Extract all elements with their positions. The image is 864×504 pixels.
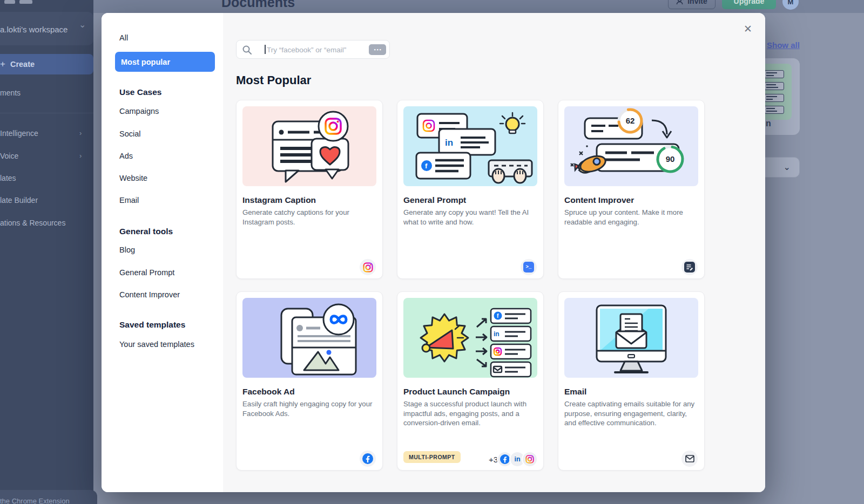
card-title: Email xyxy=(564,387,586,397)
instagram-caption-illustration xyxy=(242,106,376,186)
logo-fragment xyxy=(4,0,15,4)
template-card-facebook-ad[interactable]: Facebook Ad Easily craft highly engaging… xyxy=(236,291,383,471)
upgrade-button[interactable]: Upgrade xyxy=(722,0,776,9)
sidebar-item-template-builder[interactable]: late Builder xyxy=(0,196,38,205)
sidebar: a.lokti's workspace ⌄ + Create ments Int… xyxy=(0,0,93,504)
modal-nav: All Most popular Use Cases Campaigns Soc… xyxy=(102,13,224,492)
nav-blog[interactable]: Blog xyxy=(119,246,135,254)
terminal-icon: >_ xyxy=(521,259,537,275)
invite-person-icon xyxy=(676,0,684,5)
nav-heading-saved-templates: Saved templates xyxy=(119,320,185,330)
nav-content-improver[interactable]: Content Improver xyxy=(119,290,180,299)
nav-general-prompt[interactable]: General Prompt xyxy=(119,268,174,277)
content-improver-illustration: 62 90 xyxy=(564,106,698,186)
template-card-general-prompt[interactable]: in f xyxy=(397,100,544,279)
card-description: Stage a successful product launch with i… xyxy=(403,399,535,428)
workspace-selector[interactable]: a.lokti's workspace ⌄ xyxy=(0,12,93,45)
facebook-ad-illustration xyxy=(242,298,376,378)
sidebar-item-voice[interactable]: Voice xyxy=(0,152,18,160)
app-root: Documents Invite Upgrade M Show all paig… xyxy=(0,0,864,504)
template-card-product-launch[interactable]: f in Produc xyxy=(397,291,544,471)
svg-text:f: f xyxy=(425,162,428,170)
nav-all[interactable]: All xyxy=(119,33,128,42)
logo-fragment xyxy=(19,0,32,4)
email-illustration xyxy=(564,298,698,378)
card-description: Create captivating emails suitable for a… xyxy=(564,399,696,428)
plus-icon: + xyxy=(0,59,5,70)
card-title: General Prompt xyxy=(403,195,466,205)
card-description: Generate catchy captions for your Instag… xyxy=(242,208,374,227)
card-platform-icons: +3 in xyxy=(489,451,538,467)
chrome-extension-panel[interactable]: the Chrome Extension xyxy=(0,490,97,504)
page-title: Documents xyxy=(221,0,295,10)
instagram-icon xyxy=(522,451,538,467)
chrome-extension-label: the Chrome Extension xyxy=(0,497,70,504)
chevron-down-icon: ⌄ xyxy=(784,162,791,172)
create-button[interactable]: + Create xyxy=(0,54,93,74)
modal-content: ✕ ⋯ Most Popular xyxy=(223,13,765,492)
nav-social[interactable]: Social xyxy=(119,130,141,138)
svg-text:in: in xyxy=(445,138,453,148)
svg-text:62: 62 xyxy=(626,116,635,125)
content-improver-icon xyxy=(681,259,698,275)
card-description: Generate any copy you want! Tell the AI … xyxy=(403,208,535,227)
nav-campaigns[interactable]: Campaigns xyxy=(119,107,159,115)
general-prompt-illustration: in f xyxy=(403,106,537,186)
card-title: Facebook Ad xyxy=(242,387,295,397)
card-title: Instagram Caption xyxy=(242,195,316,205)
sidebar-item-intelligence[interactable]: Intelligence xyxy=(0,129,38,138)
search-icon xyxy=(242,45,252,55)
card-description: Spruce up your content. Make it more rea… xyxy=(564,208,696,227)
workspace-name: a.lokti's workspace xyxy=(0,25,68,34)
facebook-icon xyxy=(360,451,376,467)
svg-text:90: 90 xyxy=(666,154,675,164)
chevron-right-icon: › xyxy=(79,129,82,137)
template-modal: All Most popular Use Cases Campaigns Soc… xyxy=(102,13,765,492)
search-input[interactable] xyxy=(266,40,365,59)
card-illustration xyxy=(242,298,376,378)
instagram-icon xyxy=(360,259,376,275)
multi-prompt-badge: MULTI-PROMPT xyxy=(403,451,461,463)
nav-most-popular[interactable]: Most popular xyxy=(115,52,215,72)
chevron-right-icon: › xyxy=(79,152,82,160)
nav-your-saved-templates[interactable]: Your saved templates xyxy=(119,340,194,349)
card-title: Product Launch Campaign xyxy=(403,387,510,397)
create-label: Create xyxy=(10,60,35,69)
search-more-icon[interactable]: ⋯ xyxy=(369,44,386,55)
nav-heading-use-cases: Use Cases xyxy=(119,87,161,97)
nav-heading-general-tools: General tools xyxy=(119,227,173,236)
card-illustration xyxy=(242,106,376,186)
card-description: Easily craft highly engaging copy for yo… xyxy=(242,399,374,418)
close-icon[interactable]: ✕ xyxy=(744,23,752,35)
nav-ads[interactable]: Ads xyxy=(119,152,133,160)
product-launch-illustration: f in xyxy=(403,298,537,378)
nav-email[interactable]: Email xyxy=(119,196,139,205)
svg-text:in: in xyxy=(494,330,500,338)
card-illustration: f in xyxy=(403,298,537,378)
show-all-link[interactable]: Show all xyxy=(767,40,800,50)
template-card-content-improver[interactable]: 62 90 xyxy=(558,100,705,279)
template-card-instagram-caption[interactable]: Instagram Caption Generate catchy captio… xyxy=(236,100,383,279)
invite-label: Invite xyxy=(687,0,707,5)
search-bar: ⋯ xyxy=(236,40,390,59)
divider xyxy=(0,113,93,113)
sidebar-item-documents[interactable]: ments xyxy=(0,88,21,97)
card-illustration: 62 90 xyxy=(564,106,698,186)
chevron-down-icon: ⌄ xyxy=(79,19,86,30)
section-heading: Most Popular xyxy=(236,73,311,87)
card-title: Content Improver xyxy=(564,195,634,205)
invite-button[interactable]: Invite xyxy=(668,0,716,9)
nav-website[interactable]: Website xyxy=(119,174,147,182)
card-illustration: in f xyxy=(403,106,537,186)
sidebar-item-templates[interactable]: lates xyxy=(0,174,16,182)
email-icon xyxy=(681,451,698,467)
card-illustration xyxy=(564,298,698,378)
template-card-email[interactable]: Email Create captivating emails suitable… xyxy=(558,291,705,471)
sidebar-item-resources[interactable]: ations & Resources xyxy=(0,219,65,227)
